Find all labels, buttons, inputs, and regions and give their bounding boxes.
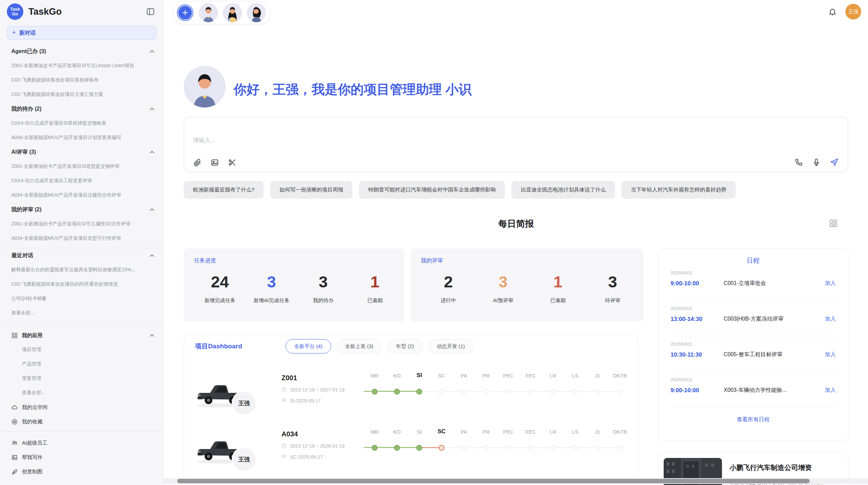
app-title: TaskGo xyxy=(28,7,146,17)
sidebar-my-apps[interactable]: 我的应用 xyxy=(0,328,163,343)
project-row-z001[interactable]: 王强 Z001 2023-12-19 ~ 2027-01-19 SI-2025-… xyxy=(184,372,638,428)
milestone-dot xyxy=(506,389,511,394)
sidebar-item[interactable]: A034-全新新能源MUV产品开发项目法规符合性评审 xyxy=(0,188,163,202)
attachment-icon[interactable] xyxy=(193,158,202,167)
milestone-label: J1 xyxy=(595,429,600,435)
milestone-label: LR xyxy=(550,373,556,378)
app-item-change-mgmt[interactable]: 变更管理 xyxy=(0,371,163,386)
stat-pending-review: 3 待评审 xyxy=(585,272,640,304)
milestone-label: PA xyxy=(461,429,467,435)
section-title: 最近对话 xyxy=(11,252,33,259)
flag-icon xyxy=(281,454,287,460)
tab-new-platform[interactable]: 全新平台 (4) xyxy=(286,339,331,353)
collapse-sidebar-icon[interactable] xyxy=(146,7,155,16)
join-button[interactable]: 加入 xyxy=(825,387,836,394)
sidebar-item[interactable]: C0X4-动力总成开发项目工程变更评审 xyxy=(0,174,163,188)
send-icon[interactable] xyxy=(830,158,839,167)
project-row-a034[interactable]: 王强 A034 2023-12-19 ~ 2026-01-19 SC-2025-… xyxy=(184,428,638,484)
app-item-project-mgmt[interactable]: 项目管理 xyxy=(0,343,163,357)
schedule-entry: 2025/03/11 9:00-10:00 C001-立项审批会 加入 xyxy=(671,265,836,301)
image-icon[interactable] xyxy=(210,158,219,167)
sidebar-help-write[interactable]: 帮我写作 xyxy=(0,450,163,464)
recent-chat-item[interactable]: 解释最新出台的欧盟报废车法规再生塑料比例被调至15%... xyxy=(0,263,163,277)
new-chat-button[interactable]: + 新对话 xyxy=(7,26,156,40)
layout-grid-icon[interactable] xyxy=(829,219,838,228)
logo-text-top: Task xyxy=(10,7,20,12)
sidebar-favorites[interactable]: 我的收藏 xyxy=(0,414,163,429)
horizontal-scrollbar-thumb[interactable] xyxy=(177,479,810,483)
sidebar-item[interactable]: C0X4-动力总成开发项目SI里程碑提交物检查 xyxy=(0,116,163,130)
sidebar-item[interactable]: Z001-全新燃油轻卡产品开发项目SI节点属性5D文件评审 xyxy=(0,217,163,231)
app-item-product-mgmt[interactable]: 产品管理 xyxy=(0,357,163,371)
section-title: 我的待办 (2) xyxy=(11,105,41,113)
sidebar-cloud-space[interactable]: 我的云空间 xyxy=(0,400,163,414)
sidebar-ai-super-staff[interactable]: AI超级员工 xyxy=(0,436,163,450)
help-write-label: 帮我写作 xyxy=(22,454,43,461)
sidebar: Task Go TaskGo + 新对话 Agent已办 (3) Z001-全新… xyxy=(0,0,164,485)
microphone-icon[interactable] xyxy=(812,158,821,166)
milestone-label: OKTB xyxy=(613,429,627,435)
suggestion-chip[interactable]: 特朗普可能对进口汽车增税会对中国车企造成哪些影响 xyxy=(359,181,505,199)
milestone-label: PEC xyxy=(503,373,514,378)
tab-model-year[interactable]: 年型 (2) xyxy=(387,339,423,353)
recent-chats-view-all[interactable]: 查看全部... xyxy=(0,306,163,320)
phone-icon[interactable] xyxy=(795,158,803,166)
schedule-time: 13:00-14:30 xyxy=(671,316,724,323)
project-dates: 2023-12-19 ~ 2027-01-19 xyxy=(281,387,345,393)
sidebar-section-my-todo[interactable]: 我的待办 (2) xyxy=(0,102,163,116)
milestone-label: OKTB xyxy=(613,373,627,378)
sidebar-section-agent-done[interactable]: Agent已办 (3) xyxy=(0,44,163,59)
milestone-dot xyxy=(551,389,556,394)
apps-view-all[interactable]: 查看全部... xyxy=(0,386,163,400)
tab-powertrain[interactable]: 动总开发 (1) xyxy=(428,339,474,353)
sidebar-section-ai-review[interactable]: AI评审 (3) xyxy=(0,145,163,159)
divider xyxy=(0,431,163,432)
stat-value: 3 xyxy=(298,272,349,292)
milestone-label: FEC xyxy=(526,373,536,378)
suggestion-chip[interactable]: 如何写一份清晰的项目周报 xyxy=(270,181,352,199)
milestone-label: MR xyxy=(371,373,378,378)
scissors-icon[interactable] xyxy=(228,158,237,167)
chevron-up-icon xyxy=(150,151,154,155)
sidebar-section-recent-chats[interactable]: 最近对话 xyxy=(0,248,163,263)
sidebar-creative-drawing[interactable]: 创意制图 xyxy=(0,464,163,479)
chat-input[interactable] xyxy=(184,117,848,153)
milestone-dot xyxy=(506,445,511,450)
view-all-schedule-link[interactable]: 查看所有日程 xyxy=(658,416,848,423)
ai-super-staff-label: AI超级员工 xyxy=(22,440,47,446)
milestone-track: MRKOSISCPAPRPECFECLRLSJ1OKTB xyxy=(364,428,623,484)
sidebar-item[interactable]: A034-全新新能源MUV产品开发项目计划变更表编写 xyxy=(0,130,163,145)
schedule-date: 2025/03/11 xyxy=(671,270,836,275)
milestone-label: PA xyxy=(461,373,467,378)
dashboard-tabs: 全新平台 (4) 全新上装 (3) 年型 (2) 动总开发 (1) xyxy=(286,339,473,353)
milestone-dot xyxy=(461,389,467,394)
join-button[interactable]: 加入 xyxy=(825,315,836,323)
schedule-date: 2025/03/11 xyxy=(671,341,836,347)
sidebar-item[interactable]: A034-全新新能源MUV产品开发项目造型可行性评审 xyxy=(0,231,163,246)
sidebar-item[interactable]: Z001-全新燃油皮卡产品开发项目SI节点Lesson Learn报告 xyxy=(0,59,163,73)
suggestion-chip[interactable]: 欧洲新规最近颁布了什么? xyxy=(184,181,264,199)
sidebar-item[interactable]: C02-飞腾新能源轻客改款项目里程碑画布 xyxy=(0,73,163,87)
recent-chat-item[interactable]: C02-飞腾新能源轻客改款项目的闭环通告反馈情况 xyxy=(0,277,163,291)
quill-pen-icon xyxy=(11,469,18,475)
recent-chat-item[interactable]: 公司Q3轻卡销量 xyxy=(0,291,163,306)
join-button[interactable]: 加入 xyxy=(825,351,836,358)
tab-new-body[interactable]: 全新上装 (3) xyxy=(337,339,382,353)
join-button[interactable]: 加入 xyxy=(825,280,836,287)
sidebar-item[interactable]: C02-飞腾新能源轻客改款项目立项汇报方案 xyxy=(0,87,163,102)
section-title: AI评审 (3) xyxy=(11,149,36,156)
sidebar-item[interactable]: Z001-全新燃油轻卡产品开发项目SI造型提交物评审 xyxy=(0,159,163,174)
stat-value: 1 xyxy=(349,272,401,292)
daily-brief-title: 每日简报 xyxy=(184,218,848,230)
suggestion-chips: 欧洲新规最近颁布了什么? 如何写一份清晰的项目周报 特朗普可能对进口汽车增税会对… xyxy=(184,181,736,199)
chevron-up-icon xyxy=(150,208,154,213)
sidebar-section-my-review[interactable]: 我的评审 (2) xyxy=(0,202,163,217)
stat-label: 进行中 xyxy=(421,297,476,304)
milestone-dot xyxy=(551,445,556,450)
milestone-label: MR xyxy=(371,429,378,435)
suggestion-chip[interactable]: 当下年轻人对汽车外观有怎样的喜好趋势 xyxy=(622,181,736,199)
milestone-dot xyxy=(617,389,623,394)
stat-new-done: 24 新增完成任务 xyxy=(194,272,246,304)
suggestion-chip[interactable]: 比亚迪全固态电池计划具体说了什么 xyxy=(511,181,615,199)
horizontal-scrollbar-track[interactable] xyxy=(164,478,868,484)
